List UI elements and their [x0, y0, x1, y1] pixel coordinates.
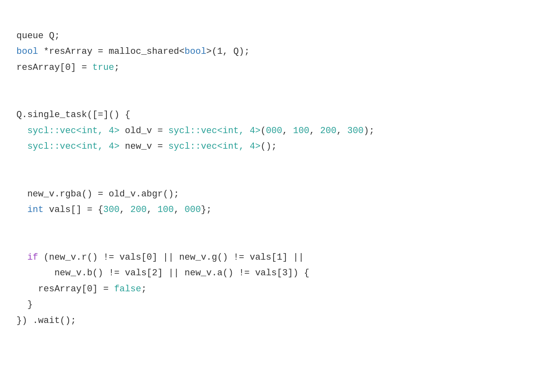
code-line: new_v.b() != vals[2] || new_v.a() != val…: [16, 265, 530, 281]
code-line: }: [16, 297, 530, 313]
code-line: sycl::vec<int, 4> old_v = sycl::vec<int,…: [16, 123, 530, 139]
code-line: resArray[0] = false;: [16, 281, 530, 297]
code-line: [16, 171, 530, 187]
code-line: resArray[0] = true;: [16, 60, 530, 76]
code-block: queue Q;bool *resArray = malloc_shared<b…: [16, 12, 530, 329]
code-line: [16, 234, 530, 250]
code-line: [16, 76, 530, 92]
code-line: }) .wait();: [16, 313, 530, 329]
code-line: sycl::vec<int, 4> new_v = sycl::vec<int,…: [16, 139, 530, 155]
code-line: new_v.rgba() = old_v.abgr();: [16, 187, 530, 203]
code-line: bool *resArray = malloc_shared<bool>(1, …: [16, 44, 530, 60]
code-line: int vals[] = {300, 200, 100, 000};: [16, 202, 530, 218]
code-line: Q.single_task([=]() {: [16, 107, 530, 123]
code-line: [16, 155, 530, 171]
code-line: [16, 218, 530, 234]
code-line: queue Q;: [16, 28, 530, 44]
code-line: if (new_v.r() != vals[0] || new_v.g() !=…: [16, 250, 530, 266]
code-line: [16, 92, 530, 108]
